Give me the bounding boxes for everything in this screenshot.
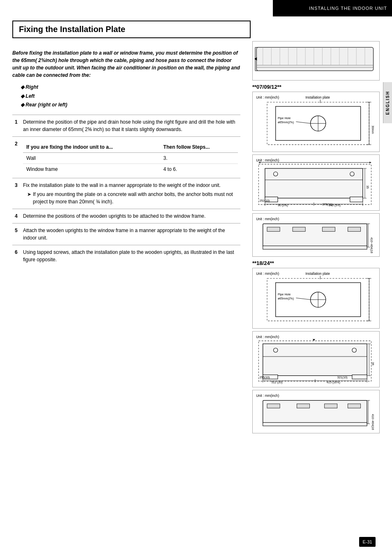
page-title: Fixing the Installation Plate xyxy=(19,25,244,34)
svg-rect-109 xyxy=(325,404,337,408)
svg-text:Installation plate: Installation plate xyxy=(305,272,330,276)
col-header-1: If you are fixing the indoor unit to a..… xyxy=(23,142,160,153)
row1-col1: Wall xyxy=(23,152,160,164)
diagram-0712-2: Unit : mm(inch) 252(10) 276(11) 90 (3⅝) … xyxy=(252,154,380,211)
table-row: 5 Attach the wooden uprights to the wind… xyxy=(12,223,240,245)
top-diagram-box xyxy=(252,41,380,81)
main-content: Before fixing the installation plate to … xyxy=(12,49,240,267)
svg-text:410~464(16⅛): 410~464(16⅛) xyxy=(371,414,375,430)
table-row: If you are fixing the indoor unit to a..… xyxy=(23,142,238,153)
svg-text:252(10): 252(10) xyxy=(259,199,270,203)
step-number-1: 1 xyxy=(12,115,21,136)
mounting-diagram-2: Unit : mm(inch) 255(10) 321(10) 512 (20)… xyxy=(254,333,378,384)
page-number: E-31 xyxy=(359,537,376,547)
row2-col2: 4 to 6. xyxy=(160,164,238,175)
step-number-6: 6 xyxy=(12,245,21,267)
svg-rect-60 xyxy=(267,227,280,231)
section-label-2: **18/24** xyxy=(252,260,380,266)
svg-text:Unit : mm(inch): Unit : mm(inch) xyxy=(256,272,279,276)
svg-text:ø65mm(2⅝): ø65mm(2⅝) xyxy=(278,120,294,124)
bullet-list: Right Left Rear (right or left) xyxy=(21,83,240,110)
svg-text:90 (3⅝): 90 (3⅝) xyxy=(278,203,288,207)
svg-text:410~464(16⅛): 410~464(16⅛) xyxy=(370,237,374,253)
table-row: Wall 3. xyxy=(23,152,238,164)
col-header-2: Then follow Steps... xyxy=(160,142,238,153)
table-row: 1 Determine the position of the pipe and… xyxy=(12,115,240,136)
svg-text:Unit : mm(inch): Unit : mm(inch) xyxy=(256,159,279,163)
svg-rect-40 xyxy=(265,168,363,198)
mounting-diagram-1: Unit : mm(inch) 252(10) 276(11) 90 (3⅝) … xyxy=(254,157,378,207)
step-number-5: 5 xyxy=(12,223,21,245)
bullet-rear: Rear (right or left) xyxy=(21,101,240,110)
table-row: 4 Determine the positions of the wooden … xyxy=(12,209,240,223)
step-content-4: Determine the positions of the wooden up… xyxy=(21,209,240,223)
step-content-2: If you are fixing the indoor unit to a..… xyxy=(21,136,240,178)
svg-rect-92 xyxy=(352,375,367,379)
steps-table: 1 Determine the position of the pipe and… xyxy=(12,115,240,267)
svg-text:Pipe Hole: Pipe Hole xyxy=(278,293,291,297)
svg-marker-39 xyxy=(369,162,371,164)
svg-rect-64 xyxy=(263,246,367,249)
step3-subnote: If you are mounting the plate on a concr… xyxy=(27,191,238,205)
svg-text:255(10): 255(10) xyxy=(259,375,270,379)
intro-text: Before fixing the installation plate to … xyxy=(12,49,240,79)
svg-marker-86 xyxy=(313,339,315,341)
step-number-4: 4 xyxy=(12,209,21,223)
svg-text:30mm: 30mm xyxy=(371,125,375,134)
svg-text:Unit : mm(inch): Unit : mm(inch) xyxy=(256,394,279,398)
step2-subtable: If you are fixing the indoor unit to a..… xyxy=(23,142,238,175)
svg-text:Unit : mm(inch): Unit : mm(inch) xyxy=(256,218,279,221)
top-unit-diagram xyxy=(254,43,378,77)
svg-text:140 (5½): 140 (5½) xyxy=(329,203,341,207)
step-content-3: Fix the installation plate to the wall i… xyxy=(21,178,240,209)
svg-text:Unit : mm(inch): Unit : mm(inch) xyxy=(256,96,279,99)
svg-text:35: 35 xyxy=(371,362,375,365)
step-number-3: 3 xyxy=(12,178,21,209)
row1-col2: 3. xyxy=(160,152,238,164)
diagram-0712-3: Unit : mm(inch) 410~464(16⅛) xyxy=(252,213,380,257)
row2-col1: Window frame xyxy=(23,164,160,175)
step-number-2: 2 xyxy=(12,136,21,178)
svg-text:321(10): 321(10) xyxy=(337,375,348,379)
svg-line-82 xyxy=(296,298,310,300)
diagram-0712-1: Unit : mm(inch) Installation plate 30mm … xyxy=(252,92,380,152)
svg-rect-110 xyxy=(348,404,361,408)
svg-rect-108 xyxy=(297,404,309,408)
svg-text:35: 35 xyxy=(366,186,369,189)
svg-rect-62 xyxy=(323,227,335,231)
diagram-1824-2: Unit : mm(inch) 255(10) 321(10) 512 (20)… xyxy=(252,331,380,387)
bullet-left: Left xyxy=(21,92,240,101)
step3-text: Fix the installation plate to the wall i… xyxy=(23,182,221,188)
svg-marker-6 xyxy=(254,57,257,60)
step-content-6: Using tapped screws, attach the installa… xyxy=(21,245,240,267)
side-tab: ENGLISH xyxy=(383,82,392,123)
svg-line-34 xyxy=(296,122,310,123)
svg-rect-45 xyxy=(350,197,363,202)
step-content-1: Determine the position of the pipe and d… xyxy=(21,115,240,136)
section-label-1: **07/09/12** xyxy=(252,84,380,90)
diagram-1824-1: Unit : mm(inch) Installation plate Pipe … xyxy=(252,268,380,328)
table-row: 6 Using tapped screws, attach the instal… xyxy=(12,245,240,267)
svg-rect-61 xyxy=(293,227,305,231)
side-tab-label: ENGLISH xyxy=(385,91,390,115)
svg-text:ø65mm(2⅝): ø65mm(2⅝) xyxy=(278,297,294,301)
page-title-box: Fixing the Installation Plate xyxy=(12,21,251,38)
svg-text:415 (16⅜): 415 (16⅜) xyxy=(327,380,340,384)
right-panel: **07/09/12** Unit : mm(inch) Installatio… xyxy=(252,41,380,436)
installation-plate-diagram-2: Unit : mm(inch) Installation plate Pipe … xyxy=(254,270,378,325)
header-bar: INSTALLING THE INDOOR UNIT xyxy=(273,0,392,16)
profile-diagram-2: Unit : mm(inch) 410~464(16⅛) xyxy=(254,392,378,430)
table-row: Window frame 4 to 6. xyxy=(23,164,238,175)
svg-rect-63 xyxy=(348,227,361,231)
svg-text:Pipe Hole: Pipe Hole xyxy=(278,116,291,120)
svg-text:Unit : mm(inch): Unit : mm(inch) xyxy=(256,335,279,339)
header-title: INSTALLING THE INDOOR UNIT xyxy=(309,6,387,11)
step-content-5: Attach the wooden uprights to the window… xyxy=(21,223,240,245)
bullet-right: Right xyxy=(21,83,240,92)
svg-text:512 (20): 512 (20) xyxy=(271,380,282,384)
installation-plate-diagram-1: Unit : mm(inch) Installation plate 30mm … xyxy=(254,94,378,149)
svg-rect-87 xyxy=(263,344,367,376)
svg-rect-111 xyxy=(263,423,367,426)
table-row: 2 If you are fixing the indoor unit to a… xyxy=(12,136,240,178)
table-row: 3 Fix the installation plate to the wall… xyxy=(12,178,240,209)
